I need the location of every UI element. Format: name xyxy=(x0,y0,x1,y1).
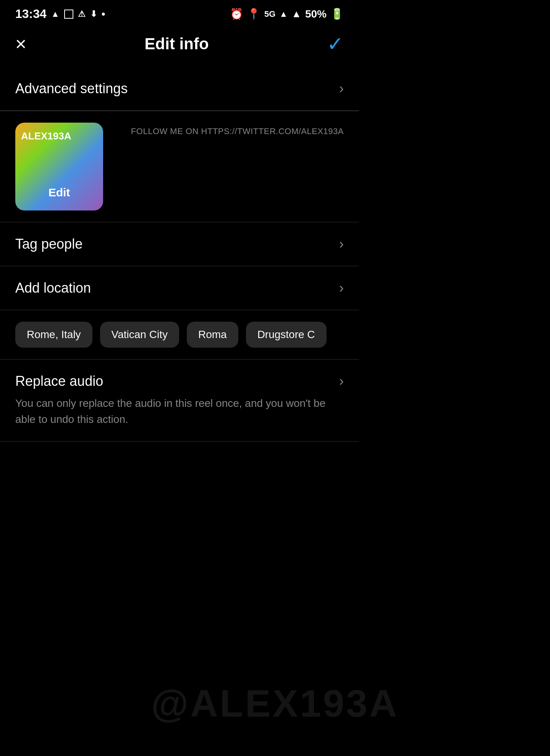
replace-audio-title: Replace audio xyxy=(15,373,103,389)
tag-people-row[interactable]: Tag people › xyxy=(0,222,359,266)
page-title: Edit info xyxy=(145,35,209,53)
advanced-settings-section: Advanced settings › xyxy=(0,67,359,111)
edit-info-header: × Edit info ✓ xyxy=(0,25,359,67)
warning-icon: ⚠ xyxy=(78,9,86,19)
status-time: 13:34 xyxy=(15,7,47,21)
network-5g-icon: 5G xyxy=(264,9,275,19)
add-location-label: Add location xyxy=(15,280,91,296)
location-pill-vatican[interactable]: Vatican City xyxy=(100,322,179,348)
advanced-settings-chevron-icon: › xyxy=(339,81,344,97)
replace-audio-section: Replace audio › You can only replace the… xyxy=(0,359,359,442)
dot-icon: • xyxy=(102,8,105,20)
location-icon: 📍 xyxy=(247,8,260,20)
profile-bio-text: FOLLOW ME ON HTTPS://TWITTER.COM/ALEX193… xyxy=(131,126,344,136)
alarm-icon: ⏰ xyxy=(230,8,243,20)
signal-icon: ▲ xyxy=(279,9,288,19)
add-location-chevron-icon: › xyxy=(339,280,344,296)
replace-audio-chevron-icon: › xyxy=(339,373,344,389)
location-pill-drugstore[interactable]: Drugstore C xyxy=(246,322,327,348)
profile-area: ALEX193A Edit FOLLOW ME ON HTTPS://TWITT… xyxy=(0,111,359,222)
replace-audio-header: Replace audio › xyxy=(15,373,344,389)
profile-edit-label: Edit xyxy=(49,186,70,199)
download-icon: ⬇ xyxy=(90,9,97,19)
advanced-settings-row[interactable]: Advanced settings › xyxy=(0,67,359,111)
status-right: ⏰ 📍 5G ▲ ▲ 50% 🔋 xyxy=(230,8,344,20)
profile-card[interactable]: ALEX193A Edit xyxy=(15,123,103,210)
status-left: 13:34 ▲ ⚠ ⬇ • xyxy=(15,7,105,21)
tag-people-chevron-icon: › xyxy=(339,236,344,252)
status-bar: 13:34 ▲ ⚠ ⬇ • ⏰ 📍 5G ▲ ▲ 50% 🔋 xyxy=(0,0,359,25)
battery-percent: 50% xyxy=(305,8,327,20)
profile-bio: FOLLOW ME ON HTTPS://TWITTER.COM/ALEX193… xyxy=(118,123,344,136)
add-location-row[interactable]: Add location › xyxy=(0,266,359,310)
nav-arrow-icon: ▲ xyxy=(51,9,60,19)
square-icon xyxy=(64,10,73,19)
location-pills-container: Rome, Italy Vatican City Roma Drugstore … xyxy=(0,310,359,359)
close-button[interactable]: × xyxy=(15,34,26,53)
replace-audio-description: You can only replace the audio in this r… xyxy=(15,395,344,427)
profile-username: ALEX193A xyxy=(21,130,71,142)
location-pill-roma[interactable]: Roma xyxy=(187,322,238,348)
battery-icon: 🔋 xyxy=(330,8,344,20)
signal-filled-icon: ▲ xyxy=(291,8,301,20)
tag-people-label: Tag people xyxy=(15,236,82,252)
location-pill-rome[interactable]: Rome, Italy xyxy=(15,322,92,348)
watermark: @ALEX193A xyxy=(151,682,359,725)
advanced-settings-label: Advanced settings xyxy=(15,81,128,97)
confirm-button[interactable]: ✓ xyxy=(327,32,344,55)
